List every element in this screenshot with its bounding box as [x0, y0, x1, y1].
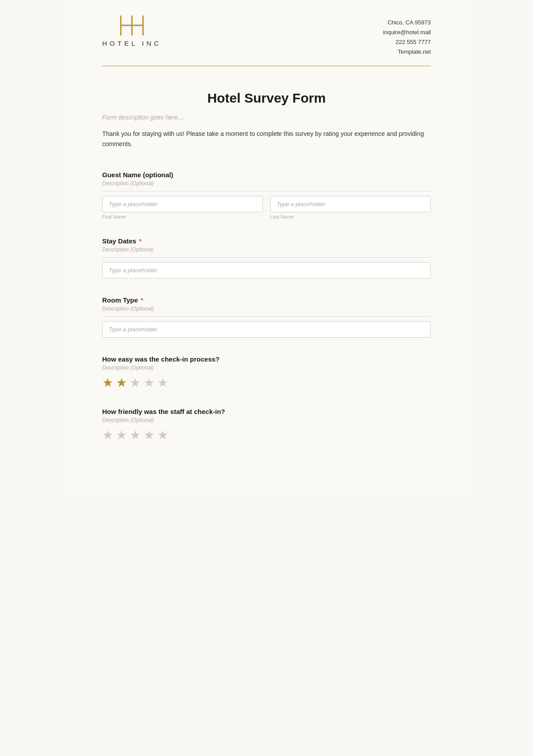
room-type-description: Description (Optional): [102, 306, 431, 312]
form-description-placeholder: Form description goes here....: [102, 114, 431, 121]
staff-star-4[interactable]: ★: [143, 428, 155, 442]
section-room-type: Room Type * Description (Optional): [102, 296, 431, 338]
header-divider: [102, 66, 431, 66]
star-5[interactable]: ★: [157, 375, 168, 390]
last-name-label: Last Name: [270, 214, 431, 219]
contact-website: Template.net: [383, 47, 431, 57]
star-2[interactable]: ★: [116, 375, 127, 390]
stay-dates-label: Stay Dates *: [102, 237, 431, 245]
staff-star-5[interactable]: ★: [157, 428, 168, 442]
first-name-input[interactable]: [102, 196, 263, 212]
staff-star-3[interactable]: ★: [130, 428, 141, 442]
logo-icon: [116, 13, 147, 38]
room-type-required: *: [139, 296, 143, 304]
section-checkin-process: How easy was the check-in process? Descr…: [102, 355, 431, 390]
logo-area: H HOTEL INC: [102, 18, 161, 47]
staff-friendly-description: Description (Optional): [102, 417, 431, 423]
guest-name-divider: [102, 191, 431, 191]
star-3[interactable]: ★: [130, 375, 141, 390]
guest-name-description: Description (Optional): [102, 180, 431, 187]
stay-dates-description: Description (Optional): [102, 247, 431, 253]
contact-email: inquire@hotel.mail: [383, 28, 431, 37]
guest-name-fields: First Name Last Name: [102, 196, 431, 219]
last-name-col: Last Name: [270, 196, 431, 219]
contact-phone: 222 555 7777: [383, 37, 431, 47]
form-title: Hotel Survey Form: [102, 91, 431, 106]
logo-text: HOTEL INC: [102, 40, 161, 47]
staff-friendly-label: How friendly was the staff at check-in?: [102, 408, 431, 415]
stay-dates-divider: [102, 257, 431, 258]
checkin-stars: ★ ★ ★ ★ ★: [102, 375, 431, 390]
page-container: H HOTEL INC Chico, CA 95973 inquire@hote…: [67, 0, 466, 496]
section-staff-friendly: How friendly was the staff at check-in? …: [102, 408, 431, 442]
form-intro: Thank you for staying with us! Please ta…: [102, 129, 431, 149]
section-guest-name: Guest Name (optional) Description (Optio…: [102, 171, 431, 219]
first-name-label: First Name: [102, 214, 263, 219]
room-type-divider: [102, 316, 431, 317]
stay-dates-input[interactable]: [102, 262, 431, 279]
checkin-process-description: Description (Optional): [102, 365, 431, 371]
star-4[interactable]: ★: [143, 375, 155, 390]
contact-info: Chico, CA 95973 inquire@hotel.mail 222 5…: [383, 18, 431, 57]
room-type-label: Room Type *: [102, 296, 431, 304]
header: H HOTEL INC Chico, CA 95973 inquire@hote…: [102, 0, 431, 66]
contact-address: Chico, CA 95973: [383, 18, 431, 28]
last-name-input[interactable]: [270, 196, 431, 212]
staff-stars: ★ ★ ★ ★ ★: [102, 428, 431, 442]
stay-dates-required: *: [137, 237, 142, 245]
room-type-input[interactable]: [102, 321, 431, 338]
staff-star-1[interactable]: ★: [102, 428, 113, 442]
first-name-col: First Name: [102, 196, 263, 219]
section-stay-dates: Stay Dates * Description (Optional): [102, 237, 431, 279]
checkin-process-label: How easy was the check-in process?: [102, 355, 431, 363]
star-1[interactable]: ★: [102, 375, 113, 390]
staff-star-2[interactable]: ★: [116, 428, 127, 442]
guest-name-label: Guest Name (optional): [102, 171, 431, 179]
